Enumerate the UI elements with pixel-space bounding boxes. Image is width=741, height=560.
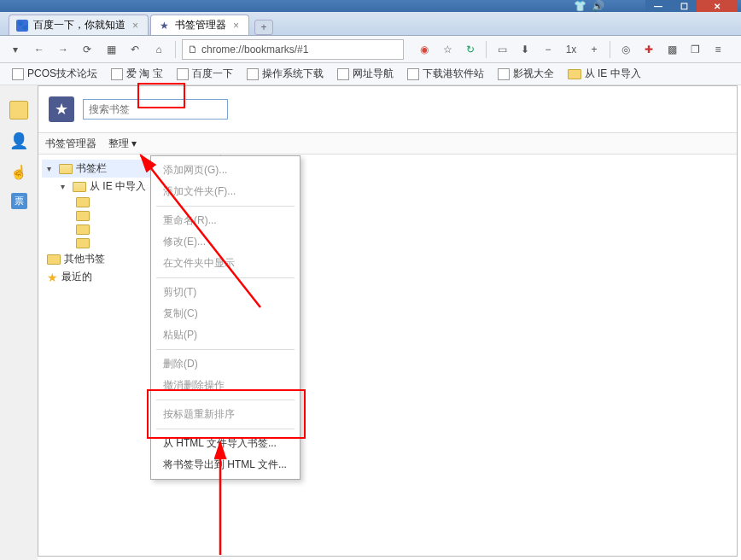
close-button[interactable]: ✕ bbox=[697, 0, 738, 12]
folder-open-icon bbox=[73, 182, 86, 192]
bookmark-item[interactable]: 百度一下 bbox=[172, 65, 238, 83]
paw-app-icon[interactable] bbox=[9, 101, 28, 120]
bookmark-label: 操作系统下载 bbox=[262, 67, 324, 81]
window-icon[interactable]: ❐ bbox=[685, 39, 705, 60]
bookmark-item[interactable]: PCOS技术论坛 bbox=[7, 65, 102, 83]
menu-sort-by-title[interactable]: 按标题重新排序 bbox=[151, 404, 300, 425]
tree-label: 最近的 bbox=[61, 270, 92, 284]
manager-toolbar: 书签管理器 整理 ▾ bbox=[38, 132, 737, 155]
page-icon bbox=[111, 68, 123, 80]
tab-label: 书签管理器 bbox=[175, 18, 226, 32]
menu-undo-delete[interactable]: 撤消删除操作 bbox=[151, 375, 300, 396]
menu-add-folder[interactable]: 添加文件夹(F)... bbox=[151, 181, 300, 202]
speaker-icon[interactable]: 🔊 bbox=[592, 0, 604, 12]
list-item[interactable]: 宝 bbox=[225, 179, 733, 199]
menu-rename[interactable]: 重命名(R)... bbox=[151, 210, 300, 231]
menu-cut[interactable]: 剪切(T) bbox=[151, 282, 300, 303]
menu-icon[interactable]: ≡ bbox=[708, 39, 728, 60]
close-icon[interactable]: × bbox=[233, 20, 243, 30]
menu-import-html[interactable]: 从 HTML 文件导入书签... bbox=[151, 433, 300, 454]
window-controls: — ☐ ✕ bbox=[645, 0, 738, 12]
download-icon[interactable]: ⬇ bbox=[515, 39, 535, 60]
bookmark-label: PCOS技术论坛 bbox=[27, 67, 97, 81]
book-icon[interactable]: ▭ bbox=[492, 39, 512, 60]
titlebar-icons: 👕 🔊 bbox=[574, 0, 604, 12]
bookmark-item[interactable]: 操作系统下载 bbox=[242, 65, 329, 83]
page-icon bbox=[12, 68, 24, 80]
back-button[interactable]: ← bbox=[29, 39, 50, 60]
menu-copy[interactable]: 复制(C) bbox=[151, 303, 300, 324]
menu-paste[interactable]: 粘贴(P) bbox=[151, 324, 300, 346]
star-outline-icon[interactable]: ☆ bbox=[437, 39, 458, 60]
hand-icon[interactable]: ☝ bbox=[9, 162, 28, 181]
minimize-button[interactable]: — bbox=[645, 0, 671, 12]
menu-add-page[interactable]: 添加网页(G)... bbox=[151, 160, 300, 181]
bookmark-manager-content: ★ 书签管理器 整理 ▾ ▾书签栏 ▾从 IE 中导入 其他书签 ★最近的 技术… bbox=[38, 85, 738, 557]
maximize-button[interactable]: ☐ bbox=[671, 0, 697, 12]
tab-baidu[interactable]: 🐾 百度一下，你就知道 × bbox=[9, 15, 149, 35]
page-icon: 🗋 bbox=[188, 44, 198, 55]
close-icon[interactable]: × bbox=[132, 20, 143, 30]
menu-export-html[interactable]: 将书签导出到 HTML 文件... bbox=[151, 454, 300, 475]
address-bar[interactable]: 🗋 bbox=[182, 39, 404, 60]
undo-icon[interactable]: ↶ bbox=[125, 39, 145, 60]
tree-label: 从 IE 中导入 bbox=[90, 179, 146, 194]
list-item[interactable]: 中导入 bbox=[225, 297, 733, 317]
bookmark-label: 影视大全 bbox=[513, 67, 554, 81]
bookmark-item[interactable]: 影视大全 bbox=[493, 65, 559, 83]
panes: ▾书签栏 ▾从 IE 中导入 其他书签 ★最近的 技术论坛 宝 一下 系统下载 … bbox=[38, 155, 737, 557]
user-icon[interactable]: 👤 bbox=[9, 131, 28, 150]
disclosure-icon[interactable]: ▾ bbox=[61, 182, 69, 191]
menu-separator bbox=[156, 277, 295, 278]
list-item[interactable]: 导航 bbox=[225, 238, 733, 258]
menu-separator bbox=[156, 206, 295, 207]
separator bbox=[175, 41, 176, 58]
disclosure-icon[interactable]: ▾ bbox=[47, 164, 55, 173]
bookmark-item[interactable]: 爱 淘 宝 bbox=[106, 65, 168, 83]
zoom-level[interactable]: 1x bbox=[561, 39, 581, 60]
organize-label: 整理 bbox=[108, 137, 129, 151]
medkit-icon[interactable]: ✚ bbox=[639, 39, 659, 60]
bookmark-item[interactable]: 下载港软件站 bbox=[402, 65, 489, 83]
target-icon[interactable]: ◎ bbox=[616, 39, 636, 60]
list-item[interactable]: 一下 bbox=[225, 199, 733, 219]
list-item[interactable]: 系统下载 bbox=[225, 219, 733, 238]
bookmark-star-icon: ★ bbox=[49, 96, 74, 122]
browser-toolbar: ▾ ← → ⟳ ▦ ↶ ⌂ 🗋 ◉ ☆ ↻ ▭ ⬇ − 1x + ◎ ✚ ▩ ❐… bbox=[0, 36, 741, 63]
refresh-icon[interactable]: ↻ bbox=[460, 39, 481, 60]
folder-icon bbox=[568, 69, 581, 79]
chrome-icon[interactable]: ◉ bbox=[414, 39, 435, 60]
ticket-button[interactable]: 票 bbox=[11, 193, 27, 209]
zoom-in-button[interactable]: + bbox=[584, 39, 604, 60]
search-input[interactable] bbox=[83, 99, 228, 120]
bookmark-item[interactable]: 网址导航 bbox=[332, 65, 399, 83]
tab-bookmark-manager[interactable]: ★ 书签管理器 × bbox=[150, 15, 249, 35]
forward-button[interactable]: → bbox=[53, 39, 73, 60]
menu-separator bbox=[156, 429, 295, 429]
zoom-out-button[interactable]: − bbox=[538, 39, 558, 60]
dropdown-icon[interactable]: ▾ bbox=[5, 39, 26, 60]
grid-icon[interactable]: ▦ bbox=[101, 39, 121, 60]
menu-edit[interactable]: 修改(E)... bbox=[151, 231, 300, 253]
menu-separator bbox=[156, 400, 295, 400]
organize-dropdown-button[interactable]: 整理 ▾ bbox=[108, 137, 137, 151]
bookmark-folder[interactable]: 从 IE 中导入 bbox=[563, 65, 646, 83]
url-input[interactable] bbox=[201, 44, 398, 55]
new-tab-button[interactable]: + bbox=[254, 20, 273, 35]
tshirt-icon[interactable]: 👕 bbox=[574, 0, 586, 12]
reload-button[interactable]: ⟳ bbox=[77, 39, 97, 60]
menu-show-in-folder[interactable]: 在文件夹中显示 bbox=[151, 253, 300, 274]
list-item[interactable]: 大全 bbox=[225, 277, 733, 297]
list-item[interactable]: 港软件站 bbox=[225, 258, 733, 277]
menu-delete[interactable]: 删除(D) bbox=[151, 353, 300, 375]
left-sidebar-strip: 👤 ☝ 票 bbox=[0, 85, 38, 560]
list-item[interactable]: 技术论坛 bbox=[225, 160, 733, 179]
bookmark-label: 网址导航 bbox=[353, 67, 394, 81]
folder-icon bbox=[47, 254, 61, 265]
bookmark-label: 下载港软件站 bbox=[423, 67, 484, 81]
bookmark-label: 百度一下 bbox=[192, 67, 233, 81]
separator bbox=[486, 41, 487, 58]
checker-icon[interactable]: ▩ bbox=[662, 39, 682, 60]
tab-strip: 🐾 百度一下，你就知道 × ★ 书签管理器 × + bbox=[0, 12, 741, 36]
home-button[interactable]: ⌂ bbox=[149, 39, 169, 60]
